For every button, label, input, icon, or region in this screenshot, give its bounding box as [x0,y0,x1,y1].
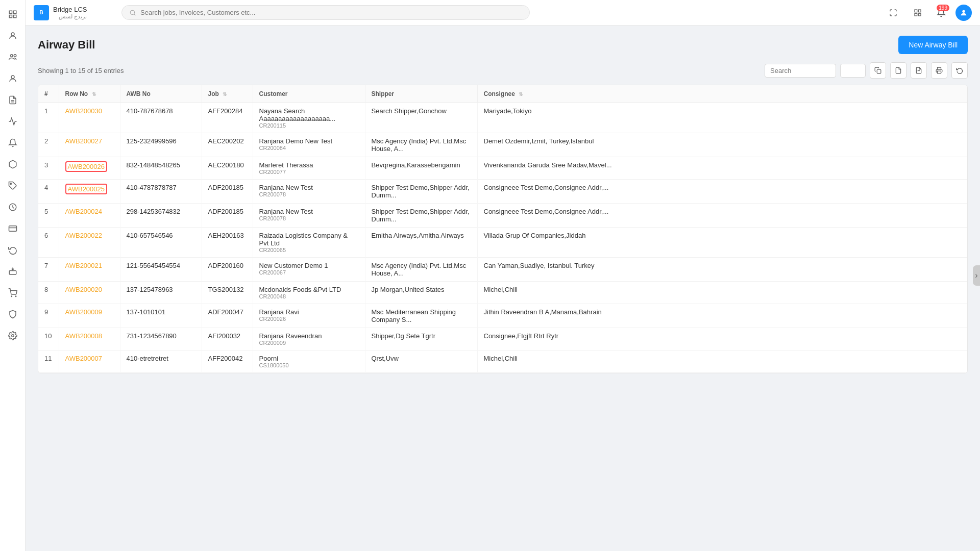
col-header-rowno[interactable]: Row No ⇅ [59,85,120,103]
top-header: B Bridge LCS بريدج لسس 199 [26,0,980,26]
sidebar-icon-dashboard[interactable] [4,5,22,23]
cell-awb: 137-125478963 [120,282,202,304]
sidebar-icon-package[interactable] [4,155,22,173]
table-row[interactable]: 9 AWB200009 137-1010101 ADF200047 Ranjan… [38,304,967,328]
cell-customer: Raizada Logistics Company & Pvt Ltd CR20… [253,228,365,258]
sidebar-icon-contact[interactable] [4,69,22,88]
sidebar-icon-users[interactable] [4,48,22,66]
cell-consignee: Demet Ozdemir,Izmit, Turkey,Istanbul [477,133,967,157]
page-title: Airway Bill [38,38,95,52]
logo-image: B [34,5,49,20]
search-icon [129,9,136,16]
sidebar-icon-clock[interactable] [4,198,22,216]
sidebar-icon-shield[interactable] [4,305,22,323]
cell-awb: 410-etretretret [120,350,202,373]
cell-customer: Marferet Therassa CR200077 [253,157,365,180]
main-wrapper: B Bridge LCS بريدج لسس 199 [26,0,980,551]
cell-num: 1 [38,103,59,133]
new-airway-bill-button[interactable]: New Airway Bill [898,36,968,54]
cell-shipper: Msc Agency (India) Pvt. Ltd,Msc House, A… [365,133,477,157]
cell-shipper: Search Shipper,Gonchow [365,103,477,133]
global-search-input[interactable] [140,9,522,16]
col-header-customer: Customer [253,85,365,103]
table-search-input[interactable] [765,64,836,78]
cell-rowno[interactable]: AWB200009 [59,304,120,328]
cell-rowno[interactable]: AWB200030 [59,103,120,133]
cell-consignee: Mariyade,Tokiyo [477,103,967,133]
cell-rowno[interactable]: AWB200008 [59,328,120,350]
cell-rowno[interactable]: AWB200020 [59,282,120,304]
cell-rowno[interactable]: AWB200022 [59,228,120,258]
table-row[interactable]: 10 AWB200008 731-1234567890 AFI200032 Ra… [38,328,967,350]
grid-button[interactable] [909,4,927,22]
cell-rowno[interactable]: AWB200027 [59,133,120,157]
table-row[interactable]: 11 AWB200007 410-etretretret AFF200042 P… [38,350,967,373]
scroll-handle[interactable] [973,265,980,286]
table-row[interactable]: 4 AWB200025 410-4787878787 ADF200185 Ran… [38,180,967,204]
sidebar-icon-settings[interactable] [4,327,22,345]
export-csv-button[interactable] [890,62,906,79]
global-search-bar[interactable] [121,5,530,20]
header-actions: 199 [884,4,972,22]
table-row[interactable]: 1 AWB200030 410-787678678 AFF200284 Naya… [38,103,967,133]
sidebar-icon-tag[interactable] [4,177,22,195]
svg-rect-22 [918,13,921,16]
sidebar-icon-card[interactable] [4,219,22,238]
table-row[interactable]: 3 AWB200026 832-14848548265 AEC200180 Ma… [38,157,967,180]
table-row[interactable]: 5 AWB200024 298-14253674832 ADF200185 Ra… [38,204,967,228]
sidebar-icon-refresh[interactable] [4,241,22,259]
table-row[interactable]: 7 AWB200021 121-55645454554 ADF200160 Ne… [38,258,967,282]
copy-button[interactable] [870,62,886,79]
sidebar-icon-user[interactable] [4,27,22,45]
svg-point-15 [15,296,16,297]
sidebar-icon-invoice[interactable] [4,91,22,109]
cell-shipper: Msc Mediterranean Shipping Company S... [365,304,477,328]
cell-consignee: Michel,Chili [477,282,967,304]
col-header-awb: AWB No [120,85,202,103]
sidebar-icon-chart[interactable] [4,112,22,131]
cell-rowno[interactable]: AWB200024 [59,204,120,228]
cell-shipper: Qrst,Uvw [365,350,477,373]
refresh-button[interactable] [951,62,968,79]
cell-rowno[interactable]: AWB200025 [59,180,120,204]
sidebar-icon-alert[interactable] [4,134,22,152]
table-row[interactable]: 2 AWB200027 125-2324999596 AEC200202 Ran… [38,133,967,157]
svg-point-10 [10,183,11,184]
col-header-num: # [38,85,59,103]
sidebar-icon-plugin[interactable] [4,262,22,281]
cell-customer: Ranjana Demo New Test CR200084 [253,133,365,157]
user-avatar[interactable] [955,5,972,21]
cell-job: ADF200160 [202,258,253,282]
cell-awb: 121-55645454554 [120,258,202,282]
print-button[interactable] [931,62,947,79]
table-row[interactable]: 8 AWB200020 137-125478963 TGS200132 Mcdo… [38,282,967,304]
col-header-consignee[interactable]: Consignee ⇅ [477,85,967,103]
fullscreen-button[interactable] [884,4,902,22]
cell-customer: Mcdonalds Foods &Pvt LTD CR200048 [253,282,365,304]
cell-customer: Ranjana New Test CR200078 [253,204,365,228]
col-header-job[interactable]: Job ⇅ [202,85,253,103]
svg-rect-3 [13,15,16,18]
svg-rect-12 [9,226,16,232]
cell-awb: 832-14848548265 [120,157,202,180]
svg-point-17 [130,10,134,14]
cell-num: 9 [38,304,59,328]
cell-awb: 298-14253674832 [120,204,202,228]
sidebar-icon-cart[interactable] [4,284,22,302]
export-excel-button[interactable] [911,62,927,79]
cell-num: 4 [38,180,59,204]
svg-point-14 [11,296,12,297]
page-header: Airway Bill New Airway Bill [38,36,968,54]
page-size-input[interactable]: 25 [840,64,866,78]
cell-rowno[interactable]: AWB200007 [59,350,120,373]
notification-button[interactable]: 199 [933,5,949,21]
cell-rowno[interactable]: AWB200026 [59,157,120,180]
cell-job: AEH200163 [202,228,253,258]
cell-consignee: Consigneee Test Demo,Consignee Addr,... [477,204,967,228]
cell-rowno[interactable]: AWB200021 [59,258,120,282]
table-row[interactable]: 6 AWB200022 410-657546546 AEH200163 Raiz… [38,228,967,258]
cell-awb: 410-4787878787 [120,180,202,204]
cell-customer: New Customer Demo 1 CR200067 [253,258,365,282]
cell-job: AFF200284 [202,103,253,133]
cell-consignee: Villada Grup Of Companies,Jiddah [477,228,967,258]
